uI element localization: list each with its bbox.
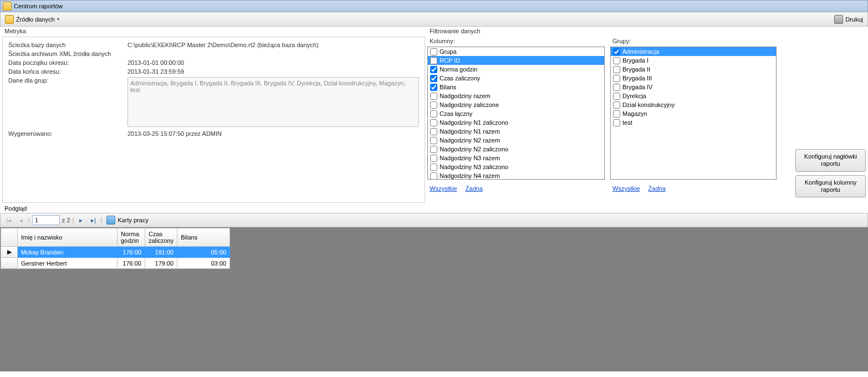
kolumny-checkbox[interactable] — [430, 66, 437, 73]
kolumny-checkbox[interactable] — [430, 128, 437, 135]
folder-icon — [5, 15, 14, 24]
kolumny-label: Nadgodziny zaliczone — [440, 100, 499, 109]
grupy-item[interactable]: Brygada III — [611, 74, 776, 83]
grupy-all-link[interactable]: Wszystkie — [612, 185, 640, 192]
column-header[interactable] — [1, 228, 18, 247]
grupy-item[interactable]: Administracja — [611, 47, 776, 56]
kolumny-item[interactable]: Nadgodziny zaliczone — [428, 100, 604, 109]
cell-czas: 181:00 — [145, 247, 177, 258]
grupy-list[interactable]: AdministracjaBrygada IBrygada IIBrygada … — [610, 47, 777, 180]
kolumny-label: Czas łączny — [440, 109, 472, 118]
kolumny-all-link[interactable]: Wszystkie — [430, 185, 457, 192]
grupy-label: Magazyn — [622, 109, 647, 118]
kolumny-item[interactable]: Nadgodziny N3 zaliczono — [428, 162, 604, 171]
table-row[interactable]: Gerstner Herbert176:00179:0003:00 — [1, 258, 230, 269]
nav-page-input[interactable] — [32, 215, 60, 225]
datasource-button[interactable]: Źródło danych ▾ — [3, 14, 62, 25]
kolumny-none-link[interactable]: Żadna — [466, 185, 483, 192]
kolumny-item[interactable]: Grupa — [428, 47, 604, 56]
configure-columns-button[interactable]: Konfiguruj kolumny raportu — [795, 175, 866, 197]
kolumny-label: Bilans — [440, 83, 456, 91]
kolumny-checkbox[interactable] — [430, 93, 437, 100]
grupy-checkbox[interactable] — [613, 101, 620, 109]
grupy-label: Brygada I — [622, 56, 649, 65]
kolumny-item[interactable]: Norma godzin — [428, 65, 604, 74]
kolumny-item[interactable]: Nadgodziny N2 zaliczono — [428, 145, 604, 154]
kolumny-item[interactable]: Czas zaliczony — [428, 74, 604, 83]
kolumny-item[interactable]: Nadgodziny N4 razem — [428, 171, 604, 180]
nav-last-button[interactable]: ▸| — [88, 215, 98, 225]
grupy-label: Brygada IV — [622, 83, 652, 91]
preview-nav-toolbar: |◂ ◂ | z 2 | ▸ ▸| | Karty pracy — [0, 213, 868, 227]
datasource-label: Źródło danych — [16, 16, 55, 23]
grupy-label: Administracja — [622, 47, 659, 56]
kolumny-item[interactable]: Nadgodziny N2 razem — [428, 136, 604, 145]
karty-pracy-label: Karty pracy — [118, 217, 149, 223]
column-header[interactable]: Bilans — [177, 228, 230, 247]
column-header[interactable]: Norma godzin — [118, 228, 145, 247]
nav-prev-button[interactable]: ◂ — [16, 215, 26, 225]
kolumny-checkbox[interactable] — [430, 110, 437, 118]
kolumny-label: Nadgodziny razem — [440, 91, 491, 100]
kolumny-checkbox[interactable] — [430, 48, 437, 55]
kolumny-label: RCP ID — [440, 56, 460, 65]
kolumny-item[interactable]: Nadgodziny N3 razem — [428, 154, 604, 162]
grupy-item[interactable]: Brygada IV — [611, 83, 776, 91]
kolumny-item[interactable]: Czas łączny — [428, 109, 604, 118]
grupy-label: Brygada II — [622, 65, 650, 74]
kolumny-checkbox[interactable] — [430, 137, 437, 144]
kolumny-checkbox[interactable] — [430, 57, 437, 64]
grupy-checkbox[interactable] — [613, 57, 620, 64]
configure-headers-button[interactable]: Konfiguruj nagłówki raportu — [795, 149, 866, 171]
print-icon — [834, 15, 843, 24]
report-table: Imię i nazwiskoNorma godzinCzas zaliczon… — [1, 228, 230, 269]
kolumny-checkbox[interactable] — [430, 101, 437, 109]
chart-icon — [106, 216, 115, 225]
cell-name: Mckay Branden — [18, 247, 118, 258]
cell-norma: 176:00 — [118, 258, 145, 269]
karty-pracy-button[interactable]: Karty pracy — [104, 215, 151, 226]
kolumny-list[interactable]: GrupaRCP IDNorma godzinCzas zaliczonyBil… — [427, 47, 605, 180]
nav-next-button[interactable]: ▸ — [76, 215, 86, 225]
metryka-label: Metryka — [2, 27, 425, 37]
print-button[interactable]: Drukuj — [832, 14, 865, 25]
grupy-checkbox[interactable] — [613, 48, 620, 55]
grupy-checkbox[interactable] — [613, 93, 620, 100]
kolumny-item[interactable]: Bilans — [428, 83, 604, 91]
kolumny-checkbox[interactable] — [430, 119, 437, 126]
grupy-checkbox[interactable] — [613, 66, 620, 73]
kolumny-checkbox[interactable] — [430, 164, 437, 171]
kolumny-label: Nadgodziny N4 razem — [440, 171, 500, 180]
column-header[interactable]: Imię i nazwisko — [18, 228, 118, 247]
report-area[interactable]: Imię i nazwiskoNorma godzinCzas zaliczon… — [0, 227, 868, 371]
kolumny-checkbox[interactable] — [430, 172, 437, 180]
kolumny-checkbox[interactable] — [430, 146, 437, 153]
grupy-item[interactable]: Brygada II — [611, 65, 776, 74]
cell-name: Gerstner Herbert — [18, 258, 118, 269]
kolumny-checkbox[interactable] — [430, 75, 437, 82]
column-header[interactable]: Czas zaliczony — [145, 228, 177, 247]
table-row[interactable]: ▶Mckay Branden176:00181:0005:00 — [1, 247, 230, 258]
grupy-item[interactable]: Dział konstrukcyjny — [611, 100, 776, 109]
grupy-item[interactable]: test — [611, 118, 776, 127]
xml-path-label: Ścieżka archiwum XML źródła danych — [8, 50, 127, 57]
kolumny-checkbox[interactable] — [430, 155, 437, 162]
grupy-none-link[interactable]: Żadna — [649, 185, 666, 192]
grupy-item[interactable]: Dyrekcja — [611, 91, 776, 100]
grupy-checkbox[interactable] — [613, 84, 620, 91]
grupy-checkbox[interactable] — [613, 75, 620, 82]
grupy-checkbox[interactable] — [613, 119, 620, 126]
kolumny-item[interactable]: Nadgodziny razem — [428, 91, 604, 100]
grupy-item[interactable]: Magazyn — [611, 109, 776, 118]
side-buttons: Konfiguruj nagłówki raportu Konfiguruj k… — [791, 27, 866, 203]
kolumny-item[interactable]: RCP ID — [428, 56, 604, 65]
generated-label: Wygenerowano: — [8, 130, 127, 137]
preview-label: Podgląd — [0, 203, 868, 213]
kolumny-checkbox[interactable] — [430, 84, 437, 91]
nav-first-button[interactable]: |◂ — [4, 215, 14, 225]
grupy-checkbox[interactable] — [613, 110, 620, 118]
grupy-item[interactable]: Brygada I — [611, 56, 776, 65]
kolumny-item[interactable]: Nadgodziny N1 razem — [428, 127, 604, 136]
kolumny-label: Norma godzin — [440, 65, 477, 74]
kolumny-item[interactable]: Nadgodziny N1 zaliczono — [428, 118, 604, 127]
